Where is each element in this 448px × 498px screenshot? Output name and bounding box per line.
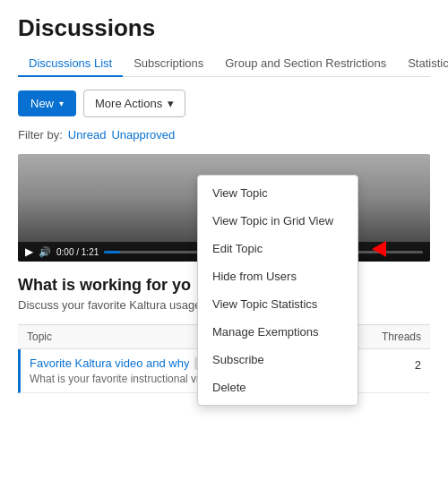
video-progress-fill [104,251,120,253]
tab-subscriptions[interactable]: Subscriptions [123,51,214,77]
context-menu-view-topic[interactable]: View Topic [198,179,358,207]
more-actions-chevron-icon: ▾ [168,97,174,110]
video-time-total: 1:21 [82,247,99,257]
new-button[interactable]: New ▾ [18,90,76,116]
page-title: Discussions [18,14,430,42]
new-button-label: New [30,97,54,110]
threads-count: 2 [406,356,421,372]
context-menu-delete[interactable]: Delete [198,374,358,401]
tabs-nav: Discussions List Subscriptions Group and… [18,51,430,77]
more-actions-button[interactable]: More Actions ▾ [83,90,185,117]
video-time: 0:00 / 1:21 [56,247,99,257]
tab-statistics[interactable]: Statistics [397,51,448,77]
video-play-button[interactable]: ▶ [25,245,33,258]
tab-discussions-list[interactable]: Discussions List [18,51,123,77]
filter-label: Filter by: [18,128,63,142]
filter-row: Filter by: Unread Unapproved [18,128,430,142]
toolbar: New ▾ More Actions ▾ [18,90,430,117]
more-actions-label: More Actions [95,97,162,110]
video-volume-icon[interactable]: 🔊 [39,246,51,258]
context-menu: View Topic View Topic in Grid View Edit … [197,175,358,406]
tab-group-section-restrictions[interactable]: Group and Section Restrictions [214,51,397,77]
context-menu-view-topic-grid[interactable]: View Topic in Grid View [198,207,358,235]
context-menu-view-topic-statistics[interactable]: View Topic Statistics [198,290,358,318]
filter-tag-unread[interactable]: Unread [68,128,107,142]
context-menu-edit-topic[interactable]: Edit Topic [198,235,358,262]
table-col-topic: Topic [27,331,52,343]
context-menu-subscribe[interactable]: Subscribe [198,346,358,374]
topic-title[interactable]: Favorite Kaltura video and why [30,356,189,370]
video-time-current: 0:00 [56,247,73,257]
filter-tag-unapproved[interactable]: Unapproved [111,128,175,142]
new-chevron-icon: ▾ [59,99,64,108]
context-menu-manage-exemptions[interactable]: Manage Exemptions [198,318,358,346]
context-menu-hide-from-users[interactable]: Hide from Users [198,262,358,290]
edit-topic-arrow [372,241,386,257]
table-col-threads: Threads [382,331,421,343]
